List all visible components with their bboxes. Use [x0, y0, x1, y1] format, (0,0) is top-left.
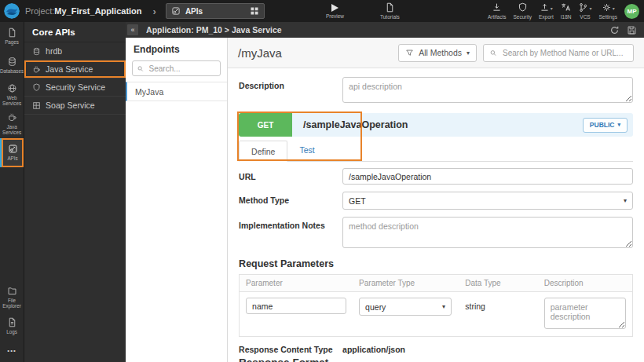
api-editor: /myJava All Methods ▾	[228, 38, 644, 362]
search-icon	[489, 49, 497, 57]
workspace: « Application: PM_10 > Java Service Endp…	[126, 22, 644, 362]
topbar-center-actions: Preview Tutorials	[326, 2, 400, 20]
endpoints-search-input[interactable]	[148, 64, 217, 74]
description-label: Description	[239, 77, 342, 106]
tab-test[interactable]: Test	[287, 140, 326, 161]
sidebar-item-logs[interactable]: Logs	[0, 312, 24, 341]
download-icon	[492, 2, 502, 13]
core-api-item-hrdb[interactable]: hrdb	[24, 42, 126, 60]
topbar: Project:My_First_Application › APIs Prev…	[0, 0, 644, 22]
col-parameter: Parameter	[240, 275, 353, 292]
core-apis-panel: Core APIs hrdb Java Service Security Ser…	[24, 22, 126, 362]
core-api-item-soap-service[interactable]: Soap Service	[24, 97, 126, 115]
url-input[interactable]	[342, 168, 633, 185]
preview-label: Preview	[326, 13, 344, 19]
document-icon	[385, 2, 395, 13]
upload-icon	[540, 2, 550, 13]
vcs-button[interactable]: ▾ VCS	[578, 2, 591, 20]
topbar-right-actions: Artifacts Security ▾ Export	[488, 2, 644, 20]
artifacts-label: Artifacts	[488, 14, 506, 20]
chevron-right-icon: ›	[153, 5, 156, 17]
user-avatar[interactable]: MP	[624, 4, 639, 19]
wavemaker-logo-icon[interactable]	[4, 3, 20, 19]
artifacts-button[interactable]: Artifacts	[488, 2, 506, 20]
collapse-panel-icon[interactable]: «	[127, 24, 138, 35]
url-label: URL	[239, 168, 342, 185]
save-icon[interactable]	[627, 25, 637, 35]
gear-icon	[602, 2, 612, 13]
sidebar-item-web-services[interactable]: Web Services	[0, 80, 24, 109]
operation-block: GET /sampleJavaOperation PUBLIC ▾ Define…	[239, 113, 633, 162]
method-search-input[interactable]	[501, 48, 628, 58]
endpoints-search[interactable]	[132, 60, 221, 76]
api-icon	[8, 144, 18, 154]
tutorials-label: Tutorials	[380, 14, 400, 20]
request-parameters-table: Parameter Parameter Type Data Type Descr…	[239, 274, 633, 337]
caret-down-icon: ▾	[617, 122, 620, 128]
parameter-name-input[interactable]	[246, 298, 346, 314]
shield-icon	[518, 2, 528, 13]
settings-button[interactable]: ▾ Settings	[599, 2, 618, 20]
caret-down-icon: ▾	[442, 303, 445, 310]
play-icon	[331, 4, 338, 12]
left-icon-sidebar: Pages Databases Web Services Java Servic…	[0, 22, 24, 362]
caret-down-icon: ▾	[551, 6, 553, 13]
caret-down-icon: ▾	[589, 6, 591, 13]
request-parameters-title: Request Parameters	[239, 258, 633, 269]
sidebar-spacer	[0, 167, 24, 283]
sidebar-item-apis[interactable]: APIs	[0, 138, 24, 167]
project-label[interactable]: Project:My_First_Application	[25, 6, 142, 16]
col-description: Description	[538, 275, 633, 292]
endpoints-title: Endpoints	[126, 38, 227, 60]
translate-icon	[561, 2, 571, 13]
core-api-item-security-service[interactable]: Security Service	[24, 79, 126, 97]
database-icon	[7, 57, 17, 67]
tab-apis[interactable]: APIs	[166, 3, 265, 19]
parameter-type-select[interactable]: query ▾	[359, 298, 452, 316]
security-button[interactable]: Security	[513, 2, 531, 20]
method-type-select[interactable]: GET ▾	[342, 192, 633, 210]
export-button[interactable]: ▾ Export	[539, 2, 554, 20]
parameter-row: query ▾ string	[240, 292, 633, 337]
more-options-icon[interactable]: •••	[0, 341, 24, 362]
methods-filter-dropdown[interactable]: All Methods ▾	[398, 44, 477, 62]
implementation-notes-label: Implementation Notes	[239, 217, 342, 251]
refresh-icon[interactable]	[609, 25, 620, 35]
sidebar-item-pages[interactable]: Pages	[0, 22, 24, 51]
endpoint-item-myjava[interactable]: MyJava	[126, 82, 227, 101]
method-badge[interactable]: GET	[239, 113, 292, 137]
coffee-icon	[7, 112, 17, 122]
search-icon	[137, 64, 144, 73]
i18n-button[interactable]: I18N	[561, 2, 572, 20]
method-search[interactable]	[483, 44, 634, 62]
response-content-type-value: application/json	[342, 345, 405, 354]
method-type-label: Method Type	[239, 192, 342, 210]
page-title: /myJava	[238, 46, 392, 60]
api-icon	[171, 6, 181, 16]
shield-icon	[32, 83, 41, 92]
operation-tabs: Define Test	[239, 140, 633, 162]
filter-icon	[405, 49, 414, 57]
implementation-notes-textarea[interactable]	[342, 217, 633, 248]
description-textarea[interactable]	[342, 77, 633, 103]
settings-label: Settings	[599, 14, 618, 20]
operation-header-bar[interactable]: GET /sampleJavaOperation PUBLIC ▾	[239, 113, 633, 137]
coffee-icon	[32, 65, 41, 74]
folder-icon	[7, 286, 17, 296]
tab-define[interactable]: Define	[239, 141, 287, 162]
export-label: Export	[539, 14, 554, 20]
breadcrumb: Application: PM_10 > Java Service	[146, 25, 281, 35]
sidebar-item-databases[interactable]: Databases	[0, 51, 24, 80]
core-api-item-java-service[interactable]: Java Service	[24, 60, 126, 79]
grid-icon[interactable]	[250, 6, 259, 16]
caret-down-icon: ▾	[624, 197, 627, 204]
log-file-icon	[7, 317, 17, 327]
sidebar-item-java-services[interactable]: Java Services	[0, 109, 24, 138]
response-content-type-label: Response Content Type	[239, 345, 342, 354]
visibility-dropdown[interactable]: PUBLIC ▾	[583, 118, 628, 133]
preview-button[interactable]: Preview	[326, 2, 344, 20]
parameter-description-textarea[interactable]	[544, 298, 626, 329]
sidebar-item-file-explorer[interactable]: File Explorer	[0, 283, 24, 312]
tutorials-button[interactable]: Tutorials	[380, 2, 400, 20]
parameter-data-type: string	[459, 292, 537, 337]
